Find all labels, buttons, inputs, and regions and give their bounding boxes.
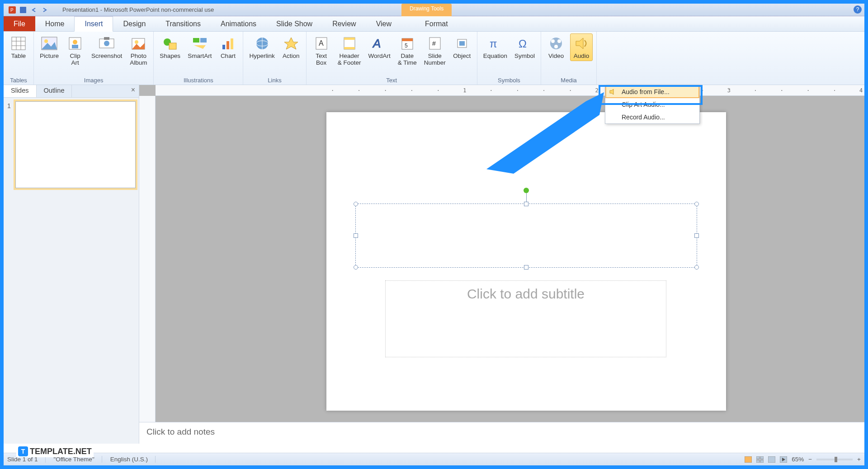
group-tables: Table Tables xyxy=(4,32,34,85)
wordart-button[interactable]: AWordArt xyxy=(366,33,392,61)
svg-text:5: 5 xyxy=(405,43,408,49)
svg-rect-51 xyxy=(760,460,764,463)
audio-file-icon xyxy=(609,88,617,96)
status-bar: Slide 1 of 1 "Office Theme" English (U.S… xyxy=(4,453,864,465)
view-slideshow-icon[interactable] xyxy=(780,456,787,463)
titlebar: P Presentation1 - Microsoft PowerPoint n… xyxy=(4,4,864,16)
action-button[interactable]: Action xyxy=(280,33,302,61)
group-illustrations: Shapes SmartArt Chart Illustrations xyxy=(154,32,243,85)
table-button[interactable]: Table xyxy=(7,33,30,61)
group-links: Hyperlink Action Links xyxy=(243,32,306,85)
tab-review[interactable]: Review xyxy=(322,16,366,31)
svg-rect-14 xyxy=(104,37,109,40)
object-button[interactable]: Object xyxy=(451,33,473,61)
save-icon[interactable] xyxy=(19,6,27,14)
zoom-level[interactable]: 65% xyxy=(792,456,804,463)
dropdown-clipart-audio[interactable]: Clip Art Audio... xyxy=(605,98,699,111)
vertical-ruler xyxy=(139,96,156,444)
picture-icon xyxy=(40,35,58,52)
panel-close-button[interactable]: × xyxy=(127,85,139,97)
svg-text:A: A xyxy=(319,39,324,47)
window-title: Presentation1 - Microsoft PowerPoint non… xyxy=(62,6,214,13)
datetime-button[interactable]: 5Date & Time xyxy=(396,33,419,68)
chart-button[interactable]: Chart xyxy=(217,33,239,61)
resize-handle-nw[interactable] xyxy=(354,202,358,206)
svg-rect-23 xyxy=(226,41,229,49)
dropdown-record-audio[interactable]: Record Audio... xyxy=(605,111,699,123)
undo-icon[interactable] xyxy=(30,6,38,14)
panel-tab-outline[interactable]: Outline xyxy=(37,85,72,97)
tab-file[interactable]: File xyxy=(4,16,35,31)
svg-rect-21 xyxy=(200,38,207,43)
symbol-icon: Ω xyxy=(516,35,534,52)
view-normal-icon[interactable] xyxy=(745,456,752,463)
context-tab-drawing: Drawing Tools xyxy=(401,4,452,16)
resize-handle-ne[interactable] xyxy=(694,202,699,206)
wordart-icon: A xyxy=(370,35,388,52)
textbox-button[interactable]: AText Box xyxy=(310,33,333,68)
svg-rect-22 xyxy=(222,45,225,49)
tab-insert[interactable]: Insert xyxy=(74,16,113,32)
svg-point-46 xyxy=(554,45,558,48)
resize-handle-e[interactable] xyxy=(694,233,699,238)
smartart-icon xyxy=(191,35,209,52)
rotation-handle[interactable] xyxy=(524,188,529,193)
chart-icon xyxy=(219,35,237,52)
tab-home[interactable]: Home xyxy=(35,16,75,31)
svg-rect-2 xyxy=(20,7,26,13)
table-icon xyxy=(9,35,28,52)
template-badge: T TEMPLATE.NET xyxy=(16,445,94,457)
tab-format[interactable]: Format xyxy=(415,16,458,31)
tab-design[interactable]: Design xyxy=(113,16,156,31)
help-icon[interactable]: ? xyxy=(854,5,862,14)
tab-slideshow[interactable]: Slide Show xyxy=(266,16,322,31)
resize-handle-s[interactable] xyxy=(524,265,528,270)
slide-canvas[interactable]: Click to add subtitle xyxy=(326,112,726,411)
tab-transitions[interactable]: Transitions xyxy=(156,16,211,31)
svg-rect-47 xyxy=(745,456,752,463)
subtitle-placeholder[interactable]: Click to add subtitle xyxy=(385,280,666,357)
tab-view[interactable]: View xyxy=(366,16,401,31)
equation-button[interactable]: πEquation xyxy=(481,33,509,61)
slidenumber-button[interactable]: #Slide Number xyxy=(422,33,448,68)
workspace: Slides Outline × 1 · · · · · 1 · · · · 2… xyxy=(4,85,864,444)
view-sorter-icon[interactable] xyxy=(756,456,764,463)
tab-animations[interactable]: Animations xyxy=(211,16,266,31)
slide-thumbnail-1[interactable] xyxy=(15,101,136,188)
ribbon: Table Tables Picture Clip Art Screenshot… xyxy=(4,32,864,85)
audio-button[interactable]: Audio xyxy=(570,33,593,61)
panel-tab-slides[interactable]: Slides xyxy=(4,85,37,97)
symbol-button[interactable]: ΩSymbol xyxy=(512,33,537,61)
headerfooter-button[interactable]: Header & Footer xyxy=(335,33,363,68)
slidenumber-icon: # xyxy=(426,35,444,52)
clipart-icon xyxy=(66,35,84,52)
resize-handle-w[interactable] xyxy=(354,233,358,238)
zoom-in-button[interactable]: + xyxy=(857,456,861,463)
smartart-button[interactable]: SmartArt xyxy=(185,33,214,61)
shapes-button[interactable]: Shapes xyxy=(157,33,183,61)
view-reading-icon[interactable] xyxy=(768,456,775,463)
group-label-links: Links xyxy=(247,76,302,84)
subtitle-placeholder-text: Click to add subtitle xyxy=(467,286,585,302)
hyperlink-button[interactable]: Hyperlink xyxy=(247,33,277,61)
dropdown-audio-from-file[interactable]: Audio from File... xyxy=(605,85,699,98)
notes-pane[interactable]: Click to add notes xyxy=(139,422,864,444)
zoom-out-button[interactable]: − xyxy=(808,456,812,463)
group-label-tables: Tables xyxy=(7,76,30,84)
resize-handle-se[interactable] xyxy=(694,265,699,270)
picture-button[interactable]: Picture xyxy=(38,33,61,61)
zoom-slider[interactable] xyxy=(816,459,853,460)
resize-handle-sw[interactable] xyxy=(354,265,358,270)
resize-handle-n[interactable] xyxy=(524,202,528,206)
photoalbum-button[interactable]: Photo Album xyxy=(127,33,150,68)
screenshot-button[interactable]: Screenshot xyxy=(89,33,124,61)
svg-rect-32 xyxy=(344,47,355,49)
group-label-symbols: Symbols xyxy=(481,76,537,84)
clipart-button[interactable]: Clip Art xyxy=(64,33,86,68)
audio-dropdown: Audio from File... Clip Art Audio... Rec… xyxy=(605,85,700,124)
svg-point-44 xyxy=(551,39,555,43)
video-button[interactable]: Video xyxy=(545,33,567,61)
redo-icon[interactable] xyxy=(41,6,49,14)
title-placeholder[interactable] xyxy=(355,204,697,268)
svg-rect-12 xyxy=(72,45,78,48)
